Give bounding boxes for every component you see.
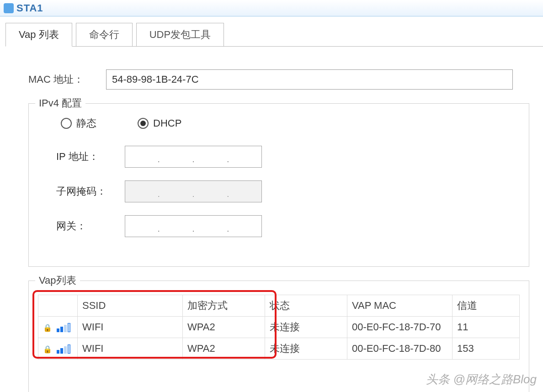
ip-grid: IP 地址： ... 子网掩码： ... 网关： ... (56, 146, 515, 250)
cell-channel: 11 (452, 317, 520, 338)
col-status[interactable]: 状态 (265, 295, 347, 317)
mac-input[interactable] (106, 69, 513, 90)
col-encryption[interactable]: 加密方式 (183, 295, 265, 317)
cell-vapmac: 00-E0-FC-18-7D-80 (347, 338, 452, 360)
tab-udp-tool[interactable]: UDP发包工具 (136, 23, 224, 47)
radio-dhcp-label: DHCP (153, 117, 181, 129)
ip-address-label: IP 地址： (56, 150, 125, 164)
signal-icon (57, 323, 70, 332)
lock-icon: 🔒 (43, 324, 52, 332)
gateway-input[interactable]: ... (125, 215, 262, 237)
tab-bar: Vap 列表 命令行 UDP发包工具 (5, 23, 543, 47)
cell-ssid: WIFI (78, 317, 183, 338)
tab-content: MAC 地址： IPv4 配置 静态 DHCP IP 地址： (5, 46, 543, 392)
tab-vap-list[interactable]: Vap 列表 (5, 23, 72, 47)
ipv4-mode-radios: 静态 DHCP (61, 117, 515, 130)
radio-circle-icon (61, 118, 72, 129)
lock-icon: 🔒 (43, 345, 52, 353)
col-ssid[interactable]: SSID (78, 295, 183, 317)
signal-cell: 🔒 (38, 338, 78, 360)
col-icon[interactable] (38, 295, 78, 317)
col-vapmac[interactable]: VAP MAC (347, 295, 452, 317)
cell-status: 未连接 (265, 317, 347, 338)
window-body: Vap 列表 命令行 UDP发包工具 MAC 地址： IPv4 配置 静态 DH… (0, 16, 543, 392)
subnet-mask-label: 子网掩码： (56, 185, 125, 198)
ip-address-input[interactable]: ... (125, 146, 262, 168)
ipv4-legend: IPv4 配置 (35, 96, 85, 110)
cell-encryption: WPA2 (183, 338, 265, 360)
tab-cli[interactable]: 命令行 (76, 23, 133, 47)
cell-channel: 153 (452, 338, 520, 360)
table-header-row: SSID 加密方式 状态 VAP MAC 信道 (38, 295, 520, 317)
radio-static-label: 静态 (76, 117, 96, 130)
radio-dot-icon (140, 121, 146, 126)
gateway-label: 网关： (56, 219, 125, 233)
mac-label: MAC 地址： (28, 73, 106, 86)
col-channel[interactable]: 信道 (452, 295, 520, 317)
radio-static[interactable]: 静态 (61, 117, 96, 130)
window-title: STA1 (16, 2, 43, 14)
signal-icon (57, 344, 70, 354)
app-logo-icon (4, 3, 14, 13)
mac-row: MAC 地址： (28, 69, 529, 90)
radio-dhcp[interactable]: DHCP (138, 117, 181, 129)
cell-ssid: WIFI (78, 338, 183, 360)
table-row[interactable]: 🔒 WIFI WPA2 未连接 00-E0-FC-18-7D-80 153 (38, 338, 520, 360)
vap-table: SSID 加密方式 状态 VAP MAC 信道 🔒 (38, 295, 520, 360)
ipv4-fieldset: IPv4 配置 静态 DHCP IP 地址： ... (28, 103, 529, 267)
vap-legend: Vap列表 (35, 274, 80, 287)
subnet-mask-input[interactable]: ... (125, 180, 262, 202)
cell-encryption: WPA2 (183, 317, 265, 338)
cell-status: 未连接 (265, 338, 347, 360)
signal-cell: 🔒 (38, 317, 78, 338)
vap-list-fieldset: Vap列表 SSID 加密方式 状态 VAP MAC 信道 (28, 281, 529, 392)
title-bar: STA1 (0, 0, 543, 16)
radio-circle-icon (138, 118, 149, 129)
table-row[interactable]: 🔒 WIFI WPA2 未连接 00-E0-FC-18-7D-70 11 (38, 317, 520, 338)
cell-vapmac: 00-E0-FC-18-7D-70 (347, 317, 452, 338)
